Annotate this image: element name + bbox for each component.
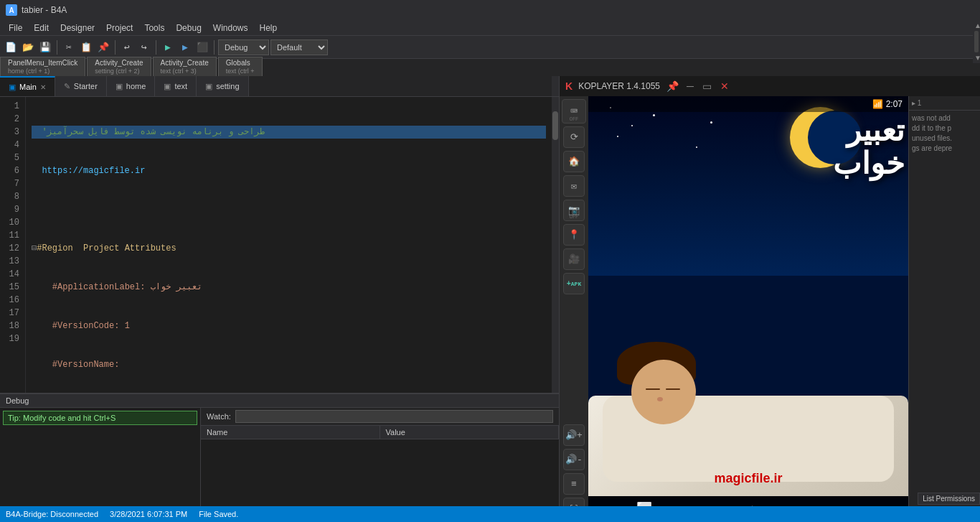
run-btn[interactable]: ▶ [160, 39, 176, 55]
save-btn[interactable]: 💾 [37, 39, 53, 55]
connection-status: B4A-Bridge: Disconnected [6, 510, 98, 518]
side-video-btn[interactable]: 🎥 [563, 248, 585, 270]
app-title-persian: تعبیرخواب [833, 114, 905, 180]
right-panel: K KOPLAYER 1.4.1055 📌 ─ ▭ ✕ ⌨ OFF ⟳ 🏠 ✉ [560, 76, 980, 522]
paste-btn[interactable]: 📌 [95, 39, 111, 55]
event-tab-1[interactable]: Activity_Create setting (ctrl + 2) [87, 57, 151, 76]
cut-btn[interactable]: ✂ [61, 39, 77, 55]
tab-icon-setting: ▣ [205, 82, 212, 91]
tab-setting[interactable]: ▣ setting [197, 76, 248, 96]
side-vol-up-btn[interactable]: 🔊+ [563, 424, 585, 446]
star-4 [617, 136, 618, 137]
event-tab-3[interactable]: Globals text (ctrl + [218, 57, 263, 76]
watch-col-value: Value [380, 426, 560, 439]
debug-panel: Debug Tip: Modify code and hit Ctrl+S Wa… [0, 393, 559, 522]
watch-label: Watch: [207, 412, 231, 421]
debug-content: Tip: Modify code and hit Ctrl+S Watch: N… [0, 408, 559, 522]
code-vscrollbar[interactable] [552, 97, 559, 393]
debug-watch: Watch: Name Value [201, 408, 559, 522]
title-bar: A tabier - B4A [0, 0, 980, 20]
redo-btn[interactable]: ↪ [136, 39, 152, 55]
star-2 [631, 125, 633, 126]
tab-starter[interactable]: ✎ Starter [55, 76, 107, 96]
globals-line-2: unused files. [912, 134, 977, 144]
star-6 [710, 121, 712, 123]
menu-file[interactable]: File [3, 22, 28, 34]
side-keyboard-btn[interactable]: ⌨ OFF [562, 99, 586, 123]
globals-content: was not add dd it to the p unused files.… [909, 111, 980, 157]
sep1 [57, 40, 57, 55]
copy-btn[interactable]: 📋 [78, 39, 94, 55]
event-tab-0[interactable]: PanelMenu_ItemClick home (ctrl + 1) [0, 57, 85, 76]
toolbar: 📄 📂 💾 ✂ 📋 📌 ↩ ↪ ▶ ▶ ⬛ Debug Release Defa… [0, 36, 980, 59]
menu-designer[interactable]: Designer [55, 22, 100, 34]
phone-app-display: تعبیرخواب 📶 2:07 [588, 96, 908, 522]
debug-log: Tip: Modify code and hit Ctrl+S [0, 408, 201, 522]
datetime-status: 3/28/2021 6:07:31 PM [110, 510, 187, 518]
editor-area: ▣ Main ✕ ✎ Starter ▣ home ▣ text ▣ setti… [0, 76, 560, 522]
koplayer-restore-btn[interactable]: ▭ [700, 79, 715, 93]
line-numbers: 12345 678910 1112131415 16171819 [0, 97, 26, 393]
config-select[interactable]: Debug Release [218, 39, 269, 55]
debug-header: Debug [0, 394, 559, 408]
side-menu-btn[interactable]: ≡ [563, 473, 585, 495]
star-3 [653, 114, 655, 116]
side-rotate-btn[interactable]: ⟳ [563, 126, 585, 148]
watch-input[interactable] [235, 410, 553, 423]
watch-table-header: Name Value [201, 426, 559, 439]
koplayer-close-btn[interactable]: ✕ [717, 79, 732, 93]
side-message-btn[interactable]: ✉ [563, 175, 585, 197]
wifi-icon: 📶 [872, 99, 883, 109]
menu-debug[interactable]: Debug [170, 22, 207, 34]
phone-screen: تعبیرخواب 📶 2:07 [588, 96, 908, 522]
event-tab-2[interactable]: Activity_Create text (ctrl + 3) [153, 57, 217, 76]
globals-line-1: dd it to the p [912, 123, 977, 134]
globals-panel: ▸ 1 was not add dd it to the p unused fi… [908, 96, 980, 522]
side-vol-dn-btn[interactable]: 🔊- [563, 449, 585, 470]
side-home2-btn[interactable]: 🏠 [563, 151, 585, 172]
side-apk-btn[interactable]: +APK [563, 273, 585, 294]
girl-body-area [588, 309, 908, 496]
time-display: 2:07 [886, 99, 903, 109]
debug-stop-btn[interactable]: ⬛ [194, 39, 210, 55]
new-btn[interactable]: 📄 [3, 39, 19, 55]
sep3 [156, 40, 156, 55]
tab-close-main[interactable]: ✕ [40, 83, 46, 91]
tab-icon-text: ▣ [164, 82, 171, 91]
undo-btn[interactable]: ↩ [119, 39, 135, 55]
side-toolbar: ⌨ OFF ⟳ 🏠 ✉ 📷 OFF 📍 🎥 +APK 🔊+ 🔊- ≡ [560, 96, 588, 522]
file-status: File Saved. [199, 510, 238, 518]
tab-text[interactable]: ▣ text [155, 76, 197, 96]
tab-icon-starter: ✎ [64, 82, 70, 91]
tab-scrollbar[interactable] [552, 76, 559, 96]
menu-bar: File Edit Designer Project Tools Debug W… [0, 20, 980, 36]
menu-edit[interactable]: Edit [28, 22, 55, 34]
menu-project[interactable]: Project [100, 22, 138, 34]
koplayer-pin-btn[interactable]: 📌 [666, 79, 680, 93]
koplayer-titlebar: K KOPLAYER 1.4.1055 📌 ─ ▭ ✕ [560, 76, 980, 96]
tab-home[interactable]: ▣ home [107, 76, 156, 96]
website-url: magicfile.ir [714, 471, 782, 486]
code-text[interactable]: 'طراحی و برنامه نویسی شده توسط فایل سحرآ… [26, 97, 552, 393]
side-camera-btn[interactable]: 📷 OFF [563, 200, 585, 221]
side-location-btn[interactable]: 📍 [563, 224, 585, 246]
code-editor[interactable]: 12345 678910 1112131415 16171819 'طراحی … [0, 97, 559, 393]
phone-container: ⌨ OFF ⟳ 🏠 ✉ 📷 OFF 📍 🎥 +APK 🔊+ 🔊- ≡ [560, 96, 980, 522]
tab-icon-main: ▣ [9, 83, 16, 92]
globals-line-0: was not add [912, 113, 977, 123]
phone-status-bar: 📶 2:07 [588, 96, 908, 112]
scrollbar-thumb [552, 111, 558, 140]
list-permissions-btn[interactable]: List Permissions [918, 493, 980, 505]
tab-main[interactable]: ▣ Main ✕ [0, 76, 55, 96]
girl-head [631, 360, 696, 424]
koplayer-min-btn[interactable]: ─ [683, 79, 697, 93]
menu-windows[interactable]: Windows [207, 22, 254, 34]
debug-start-btn[interactable]: ▶ [177, 39, 193, 55]
menu-help[interactable]: Help [254, 22, 283, 34]
device-select[interactable]: Default [270, 39, 328, 55]
title-bar-label: tabier - B4A [22, 5, 67, 15]
open-btn[interactable]: 📂 [20, 39, 36, 55]
sep4 [214, 40, 215, 55]
menu-tools[interactable]: Tools [138, 22, 170, 34]
globals-line-3: gs are depre [912, 144, 977, 154]
